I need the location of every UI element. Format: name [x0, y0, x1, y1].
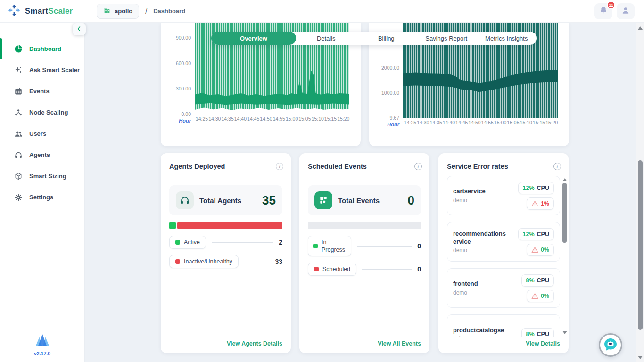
scroll-up-arrow[interactable]: [638, 26, 643, 30]
chevron-left-icon: [76, 25, 83, 33]
sidebar-item-agents[interactable]: Agents: [0, 144, 84, 165]
agents-card-title: Agents Deployed: [169, 163, 225, 170]
cpu-badge: 12%CPU: [518, 228, 554, 240]
service-info: cartservice demo: [453, 188, 506, 203]
sidebar-item-settings[interactable]: Settings: [0, 187, 84, 208]
cpu-label: CPU: [537, 185, 549, 191]
notification-count-badge: 11: [607, 1, 615, 9]
warning-icon: [531, 293, 538, 299]
user-menu-button[interactable]: [617, 3, 635, 19]
cpu-percent: 12%: [523, 185, 535, 191]
x-axis-tick: 14:25: [196, 116, 208, 122]
view-all-events-link[interactable]: View All Events: [378, 340, 421, 347]
service-name: productcatalogservice: [453, 327, 506, 337]
y-axis-tick: 600.00: [163, 60, 191, 66]
robot-chat-icon: [603, 337, 618, 354]
x-axis-tick: 14:40: [234, 116, 247, 122]
x-axis-label: Hour: [371, 122, 399, 127]
tab-overview[interactable]: Overview: [211, 32, 296, 45]
legend-connector: [212, 242, 273, 243]
cpu-percent: 8%: [526, 331, 535, 337]
breadcrumb-separator: /: [145, 8, 147, 15]
service-item-recommendationservice: recommendationservice demo 12%CPU0%: [447, 222, 560, 262]
service-badges: 12%CPU0%: [518, 228, 554, 256]
sparkles-icon: [14, 66, 23, 74]
org-name: apollo: [115, 8, 132, 15]
calendar-icon: [14, 87, 23, 96]
page-scrollbar-thumb[interactable]: [638, 160, 643, 330]
org-selector-button[interactable]: apollo: [97, 4, 139, 19]
x-axis-tick: 15:10: [312, 116, 324, 122]
tab-metrics-insights[interactable]: Metrics Insights: [477, 32, 537, 45]
sidebar-item-label: Ask Smart Scaler: [29, 66, 80, 74]
users-icon: [14, 130, 23, 138]
x-axis-tick: 15:05: [298, 116, 311, 122]
legend-label: Scheduled: [322, 266, 350, 272]
service-info: productcatalogservice: [453, 327, 506, 337]
dashboard-tabbar: OverviewDetailsBillingSavings ReportMetr…: [211, 32, 537, 45]
sidebar-nav: DashboardAsk Smart ScalerEventsNode Scal…: [0, 23, 84, 208]
sidebar-item-ask-smart-scaler[interactable]: Ask Smart Scaler: [0, 59, 84, 81]
view-details-link[interactable]: View Details: [526, 340, 560, 347]
active-dot: [175, 240, 180, 245]
service-item-cartservice: cartservice demo 12%CPU1%: [447, 176, 560, 215]
active-indicator: [0, 38, 2, 59]
x-axis-tick: 15:00: [494, 120, 506, 125]
sidebar-item-events[interactable]: Events: [0, 81, 84, 102]
events-card-title: Scheduled Events: [308, 163, 367, 170]
breadcrumb: apollo / Dashboard: [85, 4, 185, 19]
x-axis-tick: 14:30: [417, 120, 429, 125]
legend-connector: [362, 269, 412, 270]
scroll-down-arrow[interactable]: [638, 356, 643, 359]
x-axis-tick: 15:15: [324, 116, 337, 122]
sidebar-item-label: Users: [29, 130, 46, 137]
brand-name: SmartScaler: [25, 7, 73, 16]
legend-label: Active: [184, 239, 200, 246]
y-axis-tick: 1000.00: [371, 90, 399, 96]
service-name: frontend: [453, 280, 506, 288]
legend-row-active: Active 2: [169, 236, 282, 249]
service-badges: 8%CPU0%: [521, 274, 554, 302]
view-agents-details-link[interactable]: View Agents Details: [227, 340, 282, 347]
legend-row-inprogress: In Progress 0: [308, 236, 421, 256]
tab-savings-report[interactable]: Savings Report: [416, 32, 477, 45]
info-icon[interactable]: i: [276, 163, 283, 170]
cpu-percent: 12%: [523, 231, 535, 238]
sidebar-item-node-scaling[interactable]: Node Scaling: [0, 102, 84, 123]
notifications-button[interactable]: 11: [594, 3, 612, 19]
sidebar-item-label: Settings: [29, 194, 53, 201]
tab-details[interactable]: Details: [296, 32, 356, 45]
total-agents-panel: Total Agents 35: [169, 185, 282, 215]
services-list: cartservice demo 12%CPU1% recommendation…: [447, 176, 560, 337]
sidebar-item-dashboard[interactable]: Dashboard: [0, 38, 84, 59]
legend-connector: [357, 246, 412, 247]
x-axis-tick: 14:55: [481, 120, 494, 125]
info-icon[interactable]: i: [414, 163, 422, 170]
legend-pill-active: Active: [169, 236, 206, 249]
service-name: recommendationservice: [453, 230, 506, 246]
scheduled-dot: [314, 267, 319, 272]
services-scrollbar-thumb[interactable]: [562, 183, 567, 243]
services-card-title: Service Error rates: [447, 163, 508, 170]
info-icon[interactable]: i: [553, 163, 561, 170]
inprogress-dot: [313, 244, 318, 248]
sidebar-item-smart-sizing[interactable]: Smart Sizing: [0, 165, 84, 187]
sidebar-footer: v2.17.0: [0, 333, 84, 356]
headphones-icon: [176, 191, 194, 209]
x-axis-tick: 15:20: [337, 116, 349, 122]
services-scroll-down-arrow[interactable]: [562, 331, 567, 334]
page-scrollbar: [636, 23, 644, 362]
x-axis-tick: 14:35: [221, 116, 233, 122]
sidebar-collapse-button[interactable]: [73, 23, 86, 35]
cpu-label: CPU: [537, 331, 549, 337]
error-badge: 0%: [527, 290, 554, 302]
tab-billing[interactable]: Billing: [356, 32, 417, 45]
scheduled-events-card: Scheduled Events i Total Events 0 In Pro…: [299, 153, 429, 353]
brand-logo[interactable]: SmartScaler: [0, 4, 85, 19]
events-status-bar: [308, 222, 421, 229]
chat-assistant-button[interactable]: [599, 333, 622, 357]
services-scroll-up-arrow[interactable]: [562, 178, 567, 181]
sidebar-item-users[interactable]: Users: [0, 123, 84, 144]
sidebar-item-label: Agents: [29, 151, 50, 158]
error-percent: 0%: [541, 293, 549, 299]
